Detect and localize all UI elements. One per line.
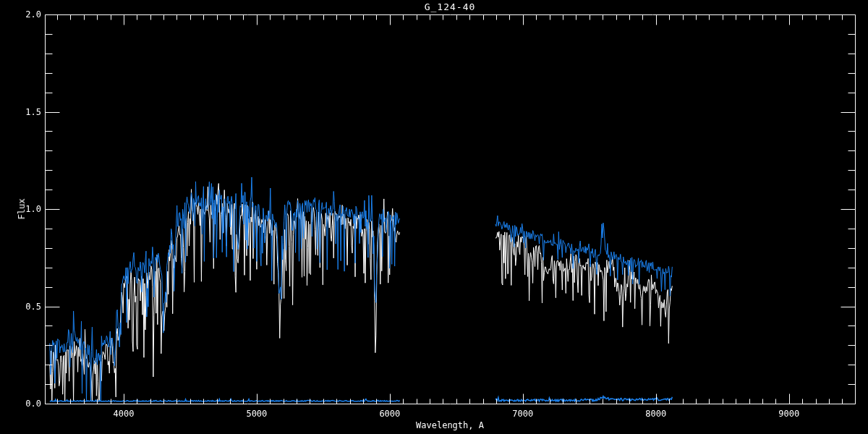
plot-window: G_124-40 Wavelength, A Flux 0.00.51.01.5… — [0, 0, 868, 434]
y-tick-label: 0.5 — [0, 302, 41, 312]
x-tick-label: 7000 — [500, 409, 546, 419]
x-tick-label: 9000 — [766, 409, 812, 419]
x-axis-title: Wavelength, A — [45, 420, 855, 430]
x-tick-label: 8000 — [633, 409, 679, 419]
x-tick-label: 6000 — [367, 409, 413, 419]
y-tick-label: 0.0 — [0, 399, 41, 409]
chart-title: G_124-40 — [45, 1, 855, 12]
x-tick-label: 5000 — [234, 409, 280, 419]
y-tick-label: 1.0 — [0, 204, 41, 214]
y-tick-label: 2.0 — [0, 9, 41, 20]
x-tick-label: 4000 — [101, 409, 147, 419]
y-tick-label: 1.5 — [0, 107, 41, 117]
spectrum-canvas — [0, 0, 868, 434]
